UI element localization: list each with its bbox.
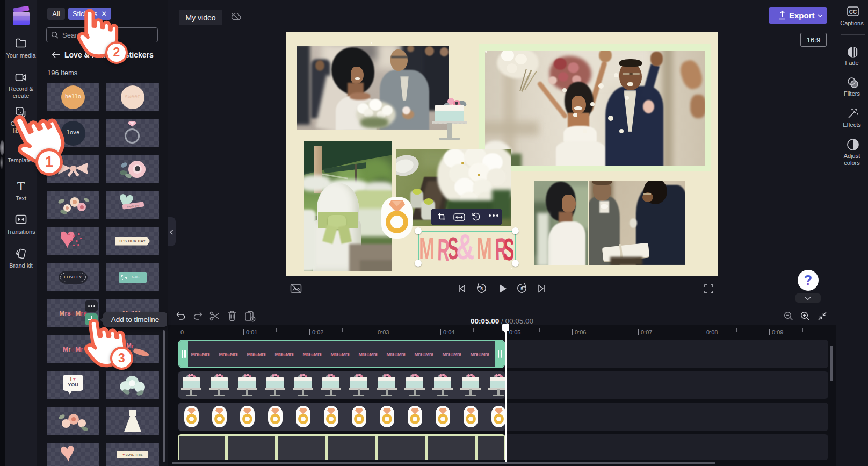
svg-text:5: 5: [520, 286, 523, 291]
svg-text:5: 5: [480, 286, 483, 291]
svg-text:CC: CC: [849, 9, 857, 15]
